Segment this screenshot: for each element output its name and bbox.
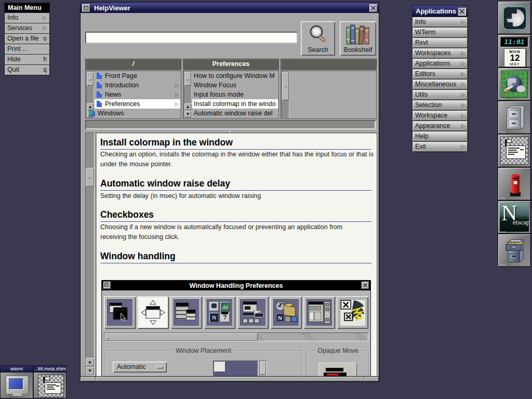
- column3-scroll-knob[interactable]: [282, 72, 289, 100]
- submenu-arrow-icon: ▷: [461, 17, 465, 27]
- opaque-move-icon: [318, 363, 357, 377]
- document-icon: [97, 73, 102, 79]
- wmaker-logo-icon: [500, 3, 529, 32]
- books-icon: [345, 24, 370, 45]
- scroll-down-button[interactable]: ▼: [184, 111, 191, 117]
- submenu-arrow-icon: ▷: [461, 79, 465, 89]
- appicon-dots: ...: [500, 97, 506, 99]
- pref-icon-miniwindows: N ?: [204, 296, 235, 329]
- placement-preview-window: [214, 362, 225, 372]
- miniwindow-meta-shtml[interactable]: ...99.meta.shtml: [33, 365, 66, 398]
- dock-tile-mail-checkered[interactable]: [498, 134, 531, 167]
- clock-time: 11:01: [500, 37, 528, 47]
- search-input[interactable]: [85, 32, 297, 43]
- content-scrollbar[interactable]: ▲ ▼: [85, 132, 95, 376]
- dock-tile-wmaker[interactable]: [498, 1, 531, 34]
- help-content: Install colormap in the window Checking …: [96, 132, 377, 377]
- main-menu-titlebar[interactable]: Main Menu: [5, 3, 49, 12]
- submenu-arrow-icon: ▷: [461, 48, 465, 58]
- shortcut-key: q: [43, 65, 47, 75]
- content-scroll-down-button[interactable]: ▼: [86, 367, 94, 375]
- shortcut-key: o: [43, 34, 47, 44]
- list-item-install-colormap[interactable]: Install colormap in the windo: [192, 99, 278, 109]
- close-icon: [459, 8, 465, 15]
- app-menu-item-help[interactable]: Help: [413, 131, 468, 141]
- app-menu-item-selection[interactable]: Selection▷: [413, 100, 468, 110]
- dock-tile-postbox[interactable]: ...: [498, 167, 531, 201]
- rxvt-balloon-label: rxvt: [255, 310, 260, 313]
- dock-tile-clock[interactable]: 11:01 MON 12 MAY: [498, 34, 531, 68]
- miniwindow-label: wterm: [1, 366, 33, 373]
- miniwindow-wterm[interactable]: wterm: [0, 365, 33, 398]
- menu-item-print[interactable]: Print ...: [5, 44, 49, 54]
- list-item-news[interactable]: News▷: [95, 90, 180, 99]
- pref-icon-window-attributes: [303, 296, 335, 329]
- menu-close-button[interactable]: [458, 7, 466, 16]
- menu-item-services[interactable]: Services▷: [5, 23, 49, 33]
- app-menu-item-utils[interactable]: Utils▷: [413, 90, 468, 100]
- column3-scrollbar[interactable]: [282, 71, 289, 118]
- close-button[interactable]: [369, 4, 377, 12]
- helpviewer-window: HelpViewer Search: [80, 2, 379, 382]
- content-scroll-knob[interactable]: [86, 168, 94, 187]
- app-menu-item-exit[interactable]: Exit▷: [413, 142, 468, 152]
- browser-column-3: [281, 70, 377, 119]
- list-item-how-to-configure[interactable]: How to configure Window M: [192, 71, 278, 81]
- applications-menu-titlebar[interactable]: Applications: [413, 6, 468, 17]
- dock-tile-filecabinet-open[interactable]: ...: [498, 234, 531, 267]
- applications-menu: Applications Info▷ WTerm Rxvt Workspaces…: [412, 5, 468, 152]
- miniaturize-button[interactable]: [82, 4, 90, 12]
- embedded-close-icon: [362, 282, 369, 289]
- open-cabinet-icon: [500, 236, 529, 265]
- embedded-dialog-image: Window Handling Preferences: [101, 280, 371, 377]
- dock-tile-wmakerconf[interactable]: ...: [498, 68, 531, 101]
- dock-tile-filecabinet[interactable]: ...: [498, 101, 531, 134]
- app-menu-item-appearance[interactable]: Appearance▷: [413, 121, 468, 131]
- app-menu-item-workspace[interactable]: Workspace▷: [413, 111, 468, 121]
- dock-tile-netscape[interactable]: N etscape ...: [498, 201, 531, 234]
- submenu-arrow-icon: ▷: [175, 83, 179, 88]
- main-menu-title: Main Menu: [8, 4, 42, 11]
- menu-item-quit[interactable]: Quitq: [5, 65, 49, 75]
- appicon-dots: ...: [500, 130, 506, 132]
- app-menu-item-applications[interactable]: Applications▷: [413, 59, 468, 69]
- appicon-dots: ...: [500, 196, 506, 198]
- window-placement-label: Window Placement: [173, 347, 234, 354]
- menu-item-info[interactable]: Info▷: [5, 13, 49, 23]
- list-item-front-page[interactable]: Front Page: [95, 71, 180, 81]
- list-item-window-focus[interactable]: Window Focus: [192, 81, 278, 90]
- clock-lcd: 11:01: [500, 37, 528, 47]
- scroll-up-button[interactable]: ▲: [184, 103, 191, 110]
- list-item-automatic-raise[interactable]: Automatic window raise del: [192, 109, 278, 118]
- miniaturize-icon: [84, 6, 88, 10]
- list-item-windows[interactable]: Windows: [87, 109, 180, 118]
- list-item-input-focus-mode[interactable]: Input focus mode: [192, 90, 278, 99]
- browser-horizontal-scrollbar[interactable]: [85, 120, 376, 129]
- list-item-preferences[interactable]: Preferences▷: [95, 99, 180, 109]
- wmakerconf-icon: [501, 71, 528, 98]
- column2-scroll-knob[interactable]: [184, 72, 191, 86]
- submenu-arrow-icon: ▷: [43, 13, 47, 23]
- app-menu-item-editors[interactable]: Editors▷: [413, 69, 468, 79]
- desktop: Main Menu Info▷ Services▷ Open a fileo P…: [0, 0, 532, 399]
- section-body: Checking an option, installs the colorma…: [100, 150, 377, 169]
- bookshelf-button[interactable]: Bookshelf: [340, 21, 376, 56]
- opaque-move-group: Opaque Move: [307, 351, 369, 377]
- app-menu-item-info[interactable]: Info▷: [413, 17, 468, 27]
- search-button[interactable]: Search: [301, 21, 335, 56]
- app-menu-item-wterm[interactable]: WTerm: [413, 28, 468, 37]
- window-resizebar[interactable]: [81, 376, 379, 381]
- column2-scrollbar[interactable]: ▲ ▼: [184, 71, 192, 118]
- content-scroll-up-button[interactable]: ▲: [86, 358, 94, 366]
- menu-item-hide[interactable]: Hideh: [5, 55, 49, 64]
- column1-scroll-knob[interactable]: [87, 72, 94, 86]
- menu-item-open-a-file[interactable]: Open a fileo: [5, 34, 49, 44]
- list-item-introduction[interactable]: Introduction▷: [95, 81, 180, 90]
- app-menu-item-workspaces[interactable]: Workspaces▷: [413, 48, 468, 58]
- calendar-month: MAY: [504, 62, 525, 66]
- app-menu-item-rxvt[interactable]: Rxvt: [413, 38, 468, 48]
- embedded-dialog-titlebar: Window Handling Preferences: [102, 281, 370, 290]
- submenu-arrow-icon: ▷: [461, 59, 465, 69]
- app-menu-item-miscellaneous[interactable]: Miscellaneous▷: [413, 79, 468, 89]
- helpviewer-titlebar[interactable]: HelpViewer: [81, 3, 379, 13]
